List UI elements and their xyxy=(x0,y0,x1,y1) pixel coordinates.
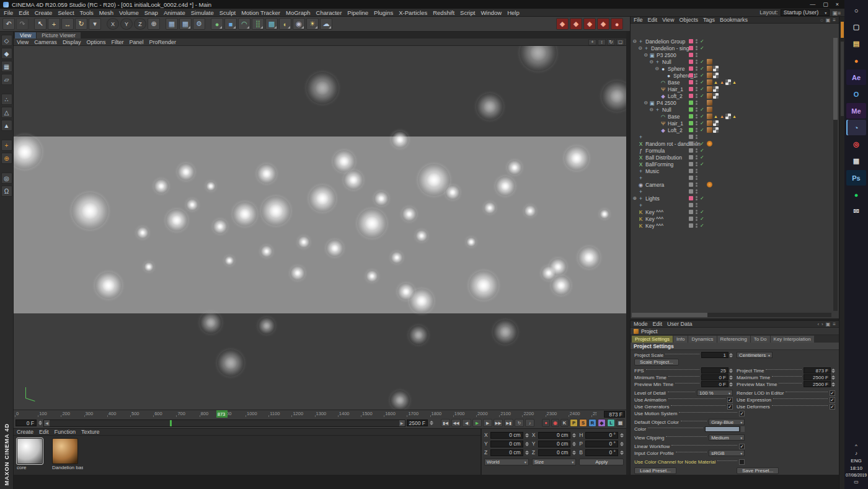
coord-field-rotation-p[interactable]: 0 ° xyxy=(585,441,618,447)
viewport-menu-cameras[interactable]: Cameras xyxy=(34,39,57,45)
visibility-dots[interactable] xyxy=(696,94,698,98)
coord-system-icon[interactable]: ⊕ xyxy=(148,18,160,30)
last-tool-icon[interactable]: ▾ xyxy=(89,18,101,30)
axis-x-lock-icon[interactable]: X xyxy=(107,18,119,30)
dot-tag-icon[interactable] xyxy=(707,182,712,187)
polygons-mode-icon[interactable]: ▲ xyxy=(1,120,12,131)
viewport-menu-options[interactable]: Options xyxy=(86,39,105,45)
object-row-base[interactable]: ◠Base✓▲▲▲ xyxy=(632,79,833,86)
material-item-dandelion-base[interactable]: Dandelion base xyxy=(52,438,83,472)
record-keyframe-button[interactable]: ● xyxy=(542,419,550,427)
tri2-tag-icon[interactable]: ▲ xyxy=(719,114,725,119)
visibility-dots[interactable] xyxy=(696,128,698,132)
material-item-core[interactable]: core xyxy=(17,438,48,472)
viewport-tab-picture-viewer[interactable]: Picture Viewer xyxy=(37,32,81,38)
checkbox-use-animation[interactable]: ✓ xyxy=(727,397,733,403)
object-row-dandelion-group[interactable]: ⊖+Dandelion Group✓ xyxy=(632,38,833,45)
expander-icon[interactable]: ⊖ xyxy=(654,66,660,71)
value-spinner[interactable] xyxy=(831,375,835,380)
visibility-dots[interactable] xyxy=(696,73,698,78)
expander-icon[interactable]: ⊖ xyxy=(632,38,637,44)
enabled-check-icon[interactable]: ✓ xyxy=(700,114,704,119)
value-spinner[interactable] xyxy=(572,433,576,437)
enabled-check-icon[interactable]: ✓ xyxy=(700,155,704,160)
enabled-check-icon[interactable]: ✓ xyxy=(700,73,704,78)
layer-color-chip[interactable] xyxy=(689,114,693,119)
object-row-sphere[interactable]: ⊖●Sphere✓ xyxy=(632,65,833,72)
enabled-check-icon[interactable]: ✓ xyxy=(700,107,704,112)
media-encoder-icon[interactable]: Me xyxy=(846,103,866,119)
layer-color-chip[interactable] xyxy=(689,203,693,207)
button-save-preset[interactable]: Save Preset... xyxy=(737,467,779,474)
enabled-check-icon[interactable]: ✓ xyxy=(700,66,704,71)
axis-z-lock-icon[interactable]: Z xyxy=(134,18,146,30)
range-start-spinner[interactable] xyxy=(38,421,42,425)
model-mode-icon[interactable]: ◆ xyxy=(1,48,12,59)
visibility-dots[interactable] xyxy=(696,210,698,214)
layer-color-chip[interactable] xyxy=(689,196,693,200)
dropdown-level-of-detail[interactable]: 100 %▾ xyxy=(697,390,733,396)
coord-mode-dropdown-size[interactable]: Size▾ xyxy=(532,459,577,465)
layer-color-chip[interactable] xyxy=(689,189,693,194)
history-back-icon[interactable]: ‹ xyxy=(817,321,819,327)
object-row-null[interactable]: ⊖+Null✓ xyxy=(632,58,833,65)
viewport-menu-view[interactable]: View xyxy=(17,39,29,45)
goto-end-button[interactable]: ▶▮ xyxy=(504,419,513,427)
field-maximum-time[interactable]: 2500 F xyxy=(804,374,831,380)
timeline-ruler[interactable]: 0100200300400500600700800900100011001200… xyxy=(14,410,626,418)
checker-tag-icon[interactable] xyxy=(713,127,719,133)
live-selection-icon[interactable]: ↖ xyxy=(34,18,46,30)
menu-item-mesh[interactable]: Mesh xyxy=(99,9,113,16)
play-button[interactable]: ▶ xyxy=(472,419,482,427)
menu-item-snap[interactable]: Snap xyxy=(144,9,158,16)
object-row[interactable]: + xyxy=(632,133,833,140)
maximize-button[interactable]: ▢ xyxy=(823,1,828,7)
om-menu-view[interactable]: View xyxy=(662,17,674,23)
menu-item-help[interactable]: Help xyxy=(507,9,520,16)
visibility-dots[interactable] xyxy=(696,203,698,207)
attr-tab-dynamics[interactable]: Dynamics xyxy=(688,336,716,343)
menu-item-edit[interactable]: Edit xyxy=(19,9,29,16)
toggle-view-icon[interactable]: ▢ xyxy=(616,39,624,45)
om-menu-file[interactable]: File xyxy=(634,17,643,23)
tray-chevron-icon[interactable]: ^ xyxy=(855,443,857,449)
enabled-check-icon[interactable]: ✓ xyxy=(700,38,704,44)
material-menu-function[interactable]: Function xyxy=(55,429,76,435)
enabled-check-icon[interactable]: ✓ xyxy=(700,223,704,228)
enabled-check-icon[interactable]: ✓ xyxy=(700,93,704,99)
redo-icon[interactable]: ↷ xyxy=(16,18,29,30)
visibility-dots[interactable] xyxy=(696,107,698,112)
visibility-dots[interactable] xyxy=(696,169,698,173)
dropdown-input-color-profile[interactable]: sRGB▾ xyxy=(709,450,745,456)
spline-pen-icon[interactable]: ◠ xyxy=(238,18,250,30)
viewport-menu-filter[interactable]: Filter xyxy=(111,39,123,45)
tri-tag-icon[interactable]: ▲ xyxy=(713,114,719,119)
visibility-dots[interactable] xyxy=(696,121,698,125)
panel-menu-icon[interactable]: ≡ xyxy=(838,10,841,16)
close-button[interactable]: × xyxy=(836,1,839,7)
attr-tab-referencing[interactable]: Referencing xyxy=(717,336,750,343)
visibility-dots[interactable] xyxy=(696,141,698,146)
panel-menu-icon[interactable]: ≡ xyxy=(833,17,836,23)
enabled-check-icon[interactable]: ✓ xyxy=(700,209,704,215)
viewport-menu-prorender[interactable]: ProRender xyxy=(149,39,176,45)
menu-item-simulate[interactable]: Simulate xyxy=(191,9,214,16)
menu-item-sculpt[interactable]: Sculpt xyxy=(219,9,236,16)
value-spinner[interactable] xyxy=(729,353,733,357)
value-spinner[interactable] xyxy=(729,369,733,373)
am-menu-user-data[interactable]: User Data xyxy=(667,321,693,327)
current-frame-value[interactable]: 873 F xyxy=(604,411,625,418)
make-editable-icon[interactable]: ◇ xyxy=(1,35,12,46)
menu-item-tools[interactable]: Tools xyxy=(80,9,94,16)
value-spinner[interactable] xyxy=(572,451,576,455)
viewport-solo-icon[interactable]: ◎ xyxy=(1,173,12,184)
object-row-key[interactable]: KKey ^^^✓ xyxy=(632,215,833,222)
layer-color-chip[interactable] xyxy=(689,128,693,132)
layer-color-chip[interactable] xyxy=(689,107,693,112)
mograph-cloner-icon[interactable]: ⣿ xyxy=(252,18,264,30)
enabled-check-icon[interactable]: ✓ xyxy=(700,141,704,146)
checker-tag-icon[interactable] xyxy=(713,73,719,78)
visibility-dots[interactable] xyxy=(696,176,698,180)
menu-item-volume[interactable]: Volume xyxy=(119,9,139,16)
material-menu-edit[interactable]: Edit xyxy=(39,429,49,435)
